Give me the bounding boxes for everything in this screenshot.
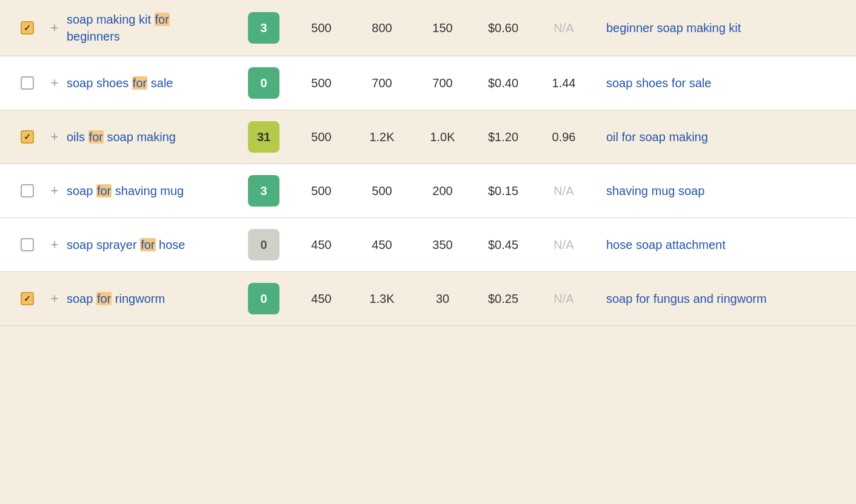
badge-cell: 3 [236, 12, 291, 44]
col2-cell: 700 [352, 76, 412, 90]
col4-cell: $0.60 [473, 21, 533, 35]
checkbox[interactable]: ✓ [21, 292, 34, 305]
keyword-text: soap for ringworm [67, 292, 165, 305]
keyword-highlight: for [96, 184, 112, 197]
col1-cell: 450 [291, 238, 352, 252]
col2-cell: 1.2K [352, 130, 412, 144]
kei-cell: 1.44 [533, 76, 594, 90]
plus-icon: + [51, 75, 59, 91]
checkmark-icon: ✓ [24, 132, 31, 142]
badge-cell: 3 [236, 175, 291, 207]
kei-cell: N/A [533, 21, 594, 35]
badge-cell: 0 [236, 229, 291, 260]
keyword-highlight: for [155, 13, 170, 26]
plus-icon: + [51, 129, 59, 145]
plus-icon: + [51, 237, 59, 253]
checkbox[interactable] [21, 238, 34, 251]
col1-cell: 450 [291, 292, 352, 306]
badge-cell: 0 [236, 283, 291, 314]
col4-cell: $0.40 [473, 76, 533, 90]
table-row: +soap for shaving mug3500500200$0.15N/As… [0, 164, 856, 218]
col3-cell: 350 [412, 238, 473, 252]
score-badge: 3 [248, 175, 279, 207]
col3-cell: 30 [412, 292, 473, 306]
row-checkbox-col [12, 238, 42, 251]
kei-cell: N/A [533, 184, 594, 198]
plus-icon: + [51, 183, 59, 199]
keyword-highlight: for [140, 238, 155, 251]
col4-cell: $0.45 [473, 238, 533, 252]
na-value: N/A [553, 21, 573, 35]
col3-cell: 200 [412, 184, 473, 198]
keyword-highlight: for [89, 130, 104, 144]
col2-cell: 1.3K [352, 292, 412, 306]
col3-cell: 1.0K [412, 130, 473, 144]
keyword-cell: soap sprayer for hose [67, 236, 236, 253]
table-row: +soap sprayer for hose0450450350$0.45N/A… [0, 218, 856, 272]
plus-icon: + [51, 20, 59, 36]
checkbox[interactable]: ✓ [21, 130, 34, 144]
col1-cell: 500 [291, 184, 352, 198]
plus-button[interactable]: + [42, 129, 67, 145]
checkmark-icon: ✓ [24, 294, 31, 303]
keyword-text: soap making kit for beginners [67, 13, 170, 43]
col1-cell: 500 [291, 76, 352, 90]
kei-cell: N/A [533, 238, 594, 252]
keyword-cell: soap for ringworm [67, 290, 236, 307]
plus-button[interactable]: + [42, 291, 67, 307]
row-checkbox-col: ✓ [12, 130, 42, 144]
checkmark-icon: ✓ [24, 23, 31, 33]
related-keyword-cell: oil for soap making [594, 130, 844, 144]
na-value: N/A [553, 184, 573, 197]
row-checkbox-col [12, 184, 42, 197]
related-keyword-cell: soap shoes for sale [594, 76, 844, 90]
keyword-highlight: for [96, 292, 112, 305]
related-keyword-cell: shaving mug soap [594, 184, 844, 198]
col4-cell: $0.25 [473, 292, 533, 306]
checkbox[interactable] [21, 184, 34, 197]
related-keyword-cell: beginner soap making kit [594, 21, 844, 35]
plus-icon: + [51, 291, 59, 307]
keyword-highlight: for [132, 76, 147, 90]
plus-button[interactable]: + [42, 20, 67, 36]
row-checkbox-col [12, 76, 42, 90]
table-row: +soap shoes for sale0500700700$0.401.44s… [0, 56, 856, 110]
col4-cell: $1.20 [473, 130, 533, 144]
plus-button[interactable]: + [42, 75, 67, 91]
plus-button[interactable]: + [42, 183, 67, 199]
kei-cell: 0.96 [533, 130, 594, 144]
badge-cell: 31 [236, 121, 291, 153]
score-badge: 31 [248, 121, 279, 153]
col2-cell: 450 [352, 238, 412, 252]
col3-cell: 700 [412, 76, 473, 90]
col1-cell: 500 [291, 21, 352, 35]
keyword-cell: soap for shaving mug [67, 182, 236, 199]
keyword-cell: soap shoes for sale [67, 75, 236, 91]
keyword-text: soap for shaving mug [67, 184, 184, 197]
table-row: ✓+oils for soap making315001.2K1.0K$1.20… [0, 110, 856, 164]
row-checkbox-col: ✓ [12, 21, 42, 35]
checkbox[interactable] [21, 76, 34, 90]
keyword-table: ✓+soap making kit for beginners350080015… [0, 0, 856, 326]
col4-cell: $0.15 [473, 184, 533, 198]
keyword-text: soap shoes for sale [67, 76, 173, 90]
related-keyword-cell: hose soap attachment [594, 238, 844, 252]
col3-cell: 150 [412, 21, 473, 35]
col2-cell: 500 [352, 184, 412, 198]
related-keyword-cell: soap for fungus and ringworm [594, 292, 844, 306]
row-checkbox-col: ✓ [12, 292, 42, 305]
plus-button[interactable]: + [42, 237, 67, 253]
badge-cell: 0 [236, 67, 291, 99]
score-badge: 3 [248, 12, 279, 44]
keyword-text: oils for soap making [67, 130, 176, 144]
checkbox[interactable]: ✓ [21, 21, 34, 35]
na-value: N/A [553, 292, 573, 305]
na-value: N/A [553, 238, 573, 251]
kei-cell: N/A [533, 292, 594, 306]
keyword-text: soap sprayer for hose [67, 238, 185, 251]
table-row: ✓+soap making kit for beginners350080015… [0, 0, 856, 56]
keyword-cell: soap making kit for beginners [67, 11, 236, 45]
score-badge: 0 [248, 229, 279, 260]
table-row: ✓+soap for ringworm04501.3K30$0.25N/Asoa… [0, 272, 856, 326]
score-badge: 0 [248, 67, 279, 99]
